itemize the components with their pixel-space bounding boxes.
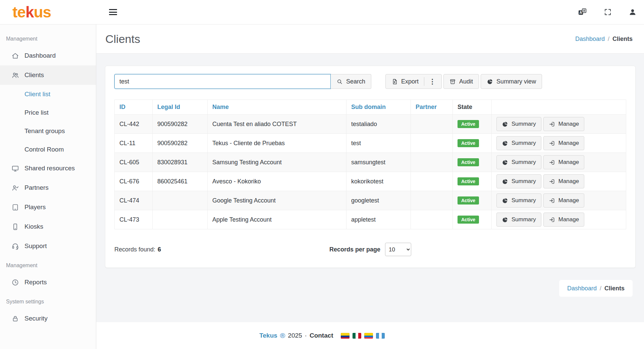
- manage-button[interactable]: Manage: [543, 136, 584, 150]
- flag-guatemala-icon[interactable]: [376, 333, 385, 339]
- fullscreen-icon[interactable]: [604, 8, 612, 16]
- summary-button[interactable]: Summary: [496, 174, 541, 188]
- cell-name: Samsung Testing Account: [208, 153, 346, 172]
- export-button[interactable]: Export ⋮: [385, 74, 442, 89]
- sidebar-subitem-client-list[interactable]: Client list: [0, 85, 96, 103]
- records-per-page-select[interactable]: 10: [385, 243, 411, 256]
- status-badge: Active: [458, 139, 479, 147]
- sidebar-section-label: System settings: [0, 292, 96, 309]
- sidebar-section-label: Management: [0, 256, 96, 273]
- table-header-row: IDLegal IdNameSub domainPartnerState: [115, 100, 626, 115]
- cell-state: Active: [453, 172, 492, 191]
- column-header-id[interactable]: ID: [115, 100, 153, 115]
- sidebar-subitem-tenant-groups[interactable]: Tenant groups: [0, 122, 96, 140]
- footer-tekus-link[interactable]: Tekus: [259, 332, 277, 339]
- status-badge: Active: [458, 120, 479, 128]
- manage-button[interactable]: Manage: [543, 174, 584, 188]
- breadcrumb-dashboard-link[interactable]: Dashboard: [567, 285, 597, 292]
- sidebar-subitem-control-room[interactable]: Control Room: [0, 140, 96, 159]
- flag-colombia-icon[interactable]: [341, 333, 350, 339]
- cell-sub-domain: appletest: [346, 210, 411, 229]
- search-input[interactable]: [114, 74, 331, 89]
- main-content: Clients Dashboard / Clients Search: [96, 0, 644, 349]
- translate-icon[interactable]: A: [578, 7, 587, 17]
- summary-button[interactable]: Summary: [496, 193, 541, 208]
- footer-contact-link[interactable]: Contact: [310, 332, 333, 339]
- sidebar-item-dashboard[interactable]: Dashboard: [0, 46, 96, 65]
- search-button[interactable]: Search: [331, 74, 371, 89]
- breadcrumb-current: Clients: [604, 285, 625, 292]
- flag-ecuador-icon[interactable]: [364, 333, 373, 339]
- sidebar-item-kiosks[interactable]: Kiosks: [0, 217, 96, 236]
- summary-button[interactable]: Summary: [496, 117, 541, 131]
- pie-chart-icon: [487, 78, 493, 85]
- sidebar-subitem-label: Tenant groups: [24, 127, 65, 135]
- summary-view-button-label: Summary view: [496, 78, 536, 85]
- pie-chart-icon: [502, 197, 508, 204]
- column-header-name[interactable]: Name: [208, 100, 346, 115]
- breadcrumb-current: Clients: [612, 36, 633, 43]
- sign-in-icon: [549, 178, 555, 185]
- cell-id: CL-442: [115, 115, 153, 134]
- clock-icon: [11, 279, 19, 286]
- summary-button[interactable]: Summary: [496, 155, 541, 169]
- cell-sub-domain: kokorikotest: [346, 172, 411, 191]
- manage-button[interactable]: Manage: [543, 213, 584, 227]
- sidebar-item-partners[interactable]: Partners: [0, 178, 96, 197]
- sidebar-toggle-button[interactable]: [106, 6, 120, 18]
- manage-button[interactable]: Manage: [543, 155, 584, 169]
- sidebar-item-support[interactable]: Support: [0, 236, 96, 256]
- summary-button[interactable]: Summary: [496, 213, 541, 227]
- cell-legal-id: 900590282: [153, 134, 208, 153]
- breadcrumb-dashboard-link[interactable]: Dashboard: [575, 36, 605, 43]
- footer-flags: [341, 333, 385, 339]
- headset-icon: [11, 242, 19, 250]
- toolbar-buttons: Export ⋮ Audit Summary view: [385, 74, 542, 89]
- bottom-breadcrumb-wrap: Dashboard / Clients: [105, 280, 636, 297]
- sidebar-item-reports[interactable]: Reports: [0, 273, 96, 292]
- sidebar-item-players[interactable]: Players: [0, 197, 96, 217]
- logo-text: te: [12, 3, 25, 21]
- cell-legal-id: 900590282: [153, 115, 208, 134]
- topbar: tekus A: [0, 0, 644, 24]
- flag-mexico-icon[interactable]: [353, 333, 361, 339]
- manage-button-label: Manage: [558, 197, 579, 204]
- records-per-page: Records per page 10: [329, 243, 411, 256]
- sidebar-subitem-price-list[interactable]: Price list: [0, 103, 96, 122]
- mobile-icon: [11, 223, 19, 231]
- cell-name: Tekus - Cliente de Pruebas: [208, 134, 346, 153]
- summary-button[interactable]: Summary: [496, 136, 541, 150]
- svg-text:A: A: [580, 10, 582, 14]
- audit-button[interactable]: Audit: [443, 74, 479, 89]
- tekus-logo[interactable]: tekus: [12, 4, 96, 20]
- export-menu-kebab-icon[interactable]: ⋮: [429, 78, 436, 85]
- cell-actions: SummaryManage: [492, 210, 626, 229]
- sidebar-item-shared-resources[interactable]: Shared resources: [0, 159, 96, 178]
- manage-button-label: Manage: [558, 159, 579, 166]
- table-row: CL-605830028931Samsung Testing Accountsa…: [115, 153, 626, 172]
- cell-legal-id: [153, 191, 208, 210]
- status-badge: Active: [458, 196, 479, 205]
- breadcrumb-separator: /: [600, 285, 601, 292]
- column-header-legal-id[interactable]: Legal Id: [153, 100, 208, 115]
- column-header-sub-domain[interactable]: Sub domain: [346, 100, 411, 115]
- cell-partner: [411, 210, 453, 229]
- footer-year: 2025: [288, 332, 302, 339]
- manage-button[interactable]: Manage: [543, 117, 584, 131]
- summary-button-label: Summary: [512, 159, 536, 166]
- sidebar: ManagementDashboardClientsClient listPri…: [0, 24, 96, 349]
- sidebar-item-clients[interactable]: Clients: [0, 65, 96, 85]
- user-icon[interactable]: [629, 8, 637, 16]
- column-header-partner[interactable]: Partner: [411, 100, 453, 115]
- manage-button-label: Manage: [558, 216, 579, 223]
- tablet-icon: [11, 203, 19, 211]
- sidebar-item-label: Support: [24, 242, 47, 250]
- sidebar-section-label: Management: [0, 29, 96, 46]
- topbar-actions: A: [578, 7, 644, 17]
- pie-chart-icon: [502, 140, 508, 147]
- sidebar-item-security[interactable]: Security: [0, 309, 96, 328]
- cell-name: Avesco - Kokoriko: [208, 172, 346, 191]
- summary-view-button[interactable]: Summary view: [481, 74, 542, 89]
- export-button-label: Export: [401, 78, 419, 85]
- manage-button[interactable]: Manage: [543, 193, 584, 208]
